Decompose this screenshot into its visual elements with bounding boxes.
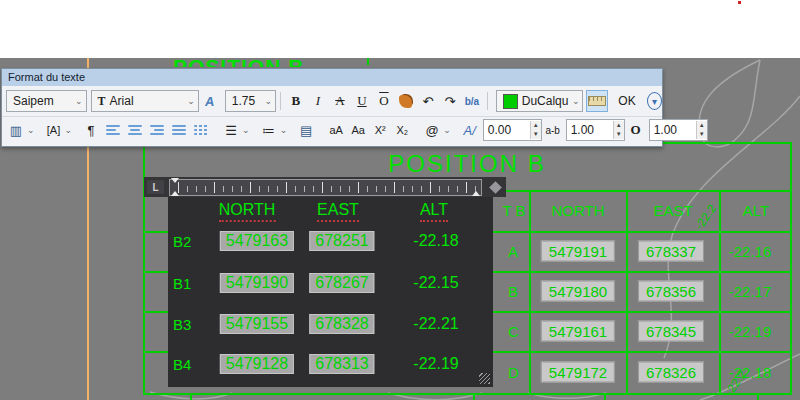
first-line-indent-marker[interactable]	[171, 178, 179, 187]
editor-field-east[interactable]: 678328	[309, 314, 374, 334]
editor-row-label[interactable]: B4	[173, 356, 191, 373]
editor-header-alt[interactable]: ALT	[420, 201, 448, 222]
right-indent-marker[interactable]	[472, 187, 480, 196]
editor-row-label[interactable]: B2	[173, 233, 191, 250]
width-factor-input[interactable]: 1.00 ▲▼	[649, 119, 708, 141]
oblique-angle-input[interactable]: 0.00 ▲▼	[483, 119, 542, 141]
overline-button[interactable]: O	[374, 90, 394, 112]
table-border-bottom	[143, 393, 792, 395]
table-row-label[interactable]: C	[508, 323, 519, 340]
align-left-icon[interactable]	[103, 119, 123, 141]
table-header-alt[interactable]: ALT	[743, 202, 769, 219]
oblique-angle-value[interactable]: 0.00	[484, 123, 530, 137]
editor-field-north[interactable]: 5479190	[220, 273, 294, 293]
tick-mark	[604, 393, 606, 400]
chevron-down-icon: ⌄	[443, 125, 451, 135]
table-cell-alt[interactable]: -22.16	[729, 243, 772, 260]
options-icon[interactable]: ▾	[647, 92, 662, 110]
table-title[interactable]: POSITION B	[388, 150, 545, 178]
editor-field-north[interactable]: 5479163	[220, 231, 294, 251]
table-cell-alt[interactable]: -22.19	[729, 323, 772, 340]
table-row-label[interactable]: A	[508, 243, 518, 260]
editor-field-east[interactable]: 678267	[309, 273, 374, 293]
numbering-icon[interactable]: ≔	[259, 119, 279, 141]
editor-cell-alt[interactable]: -22.18	[413, 232, 458, 250]
ruler-ticks[interactable]	[169, 179, 482, 196]
stack-icon[interactable]: b/a	[462, 90, 482, 112]
spell-check-icon[interactable]	[396, 90, 416, 112]
table-field-north[interactable]: 5479161	[541, 321, 615, 342]
text-style-combo[interactable]: Saipem ⌄	[6, 90, 87, 112]
uppercase-icon[interactable]: aA	[326, 119, 346, 141]
color-combo[interactable]: DuCalqu ⌄	[496, 90, 584, 112]
width-drag-handle-icon[interactable]	[489, 181, 502, 194]
tracking-input[interactable]: 1.00 ▲▼	[566, 119, 625, 141]
table-field-north[interactable]: 5479191	[541, 241, 615, 262]
lowercase-icon[interactable]: Aa	[348, 119, 368, 141]
strikethrough-button[interactable]: A	[330, 90, 350, 112]
editor-field-north[interactable]: 5479155	[220, 314, 294, 334]
line-spacing-icon[interactable]: ☰	[221, 119, 241, 141]
editor-field-east[interactable]: 678251	[309, 231, 374, 251]
tab-stop-icon[interactable]: L	[147, 180, 164, 194]
editor-header-north[interactable]: NORTH	[219, 201, 276, 222]
ruler-toggle-button[interactable]	[586, 90, 608, 112]
mtext-ruler[interactable]: L	[144, 177, 506, 197]
editor-field-east[interactable]: 678313	[309, 354, 374, 374]
width-factor-value[interactable]: 1.00	[650, 123, 696, 137]
font-combo[interactable]: T Arial ⌄	[91, 90, 199, 112]
editor-cell-alt[interactable]: -22.19	[413, 355, 458, 373]
table-field-north[interactable]: 5479172	[541, 362, 615, 383]
table-field-east[interactable]: 678345	[638, 321, 704, 342]
table-field-north[interactable]: 5479180	[541, 281, 615, 302]
editor-cell-alt[interactable]: -22.21	[413, 315, 458, 333]
spinner-arrows[interactable]: ▲▼	[696, 121, 707, 139]
superscript-icon[interactable]: X²	[370, 119, 390, 141]
paragraph-icon[interactable]: ¶	[81, 119, 101, 141]
paragraph-indent-marker[interactable]	[171, 187, 179, 196]
align-distribute-icon[interactable]	[191, 119, 211, 141]
color-combo-value: DuCalqu	[522, 94, 569, 108]
editor-field-north[interactable]: 5479128	[220, 354, 294, 374]
justification-icon[interactable]: [A]	[44, 119, 64, 141]
table-corner-header[interactable]: T B	[502, 202, 525, 219]
clipped-table-title: POSITION B	[173, 58, 353, 67]
height-combo-value: 1.75	[232, 94, 255, 108]
subscript-icon[interactable]: X₂	[392, 119, 412, 141]
table-row-label[interactable]: B	[508, 283, 518, 300]
redo-icon[interactable]: ↷	[440, 90, 460, 112]
italic-button[interactable]: I	[308, 90, 328, 112]
align-justify-icon[interactable]	[169, 119, 189, 141]
bold-button[interactable]: B	[286, 90, 306, 112]
dialog-title: Format du texte	[2, 69, 662, 86]
table-field-east[interactable]: 678356	[638, 281, 704, 302]
table-border-col3	[719, 190, 721, 393]
symbol-icon[interactable]: @	[422, 119, 442, 141]
editor-cell-alt[interactable]: -22.15	[413, 274, 458, 292]
tracking-value[interactable]: 1.00	[567, 123, 613, 137]
spinner-arrows[interactable]: ▲▼	[530, 121, 541, 139]
ok-button[interactable]: OK	[612, 90, 642, 112]
mtext-editor[interactable]: NORTH EAST ALT B2 5479163 678251 -22.18 …	[168, 197, 493, 387]
table-cell-alt[interactable]: -22.17	[729, 283, 772, 300]
table-field-east[interactable]: 678337	[638, 241, 704, 262]
editor-row-label[interactable]: B1	[173, 275, 191, 292]
align-right-icon[interactable]	[147, 119, 167, 141]
underline-button[interactable]: U	[352, 90, 372, 112]
ruler-icon	[588, 96, 606, 106]
insert-field-icon[interactable]: ▤	[296, 119, 316, 141]
editor-header-east[interactable]: EAST	[317, 201, 359, 222]
table-field-east[interactable]: 678326	[638, 362, 704, 383]
columns-icon[interactable]: ▥	[6, 119, 26, 141]
color-swatch-icon	[503, 94, 518, 109]
table-row-label[interactable]: D	[508, 364, 519, 381]
editor-row-label[interactable]: B3	[173, 316, 191, 333]
table-header-east[interactable]: EAST	[653, 202, 692, 219]
text-height-combo[interactable]: 1.75 ⌄	[225, 90, 276, 112]
spinner-arrows[interactable]: ▲▼	[613, 121, 624, 139]
table-header-north[interactable]: NORTH	[551, 202, 604, 219]
undo-icon[interactable]: ↶	[418, 90, 438, 112]
align-center-icon[interactable]	[125, 119, 145, 141]
annotative-icon[interactable]: A	[198, 90, 221, 112]
editor-resize-handle[interactable]	[479, 373, 490, 384]
